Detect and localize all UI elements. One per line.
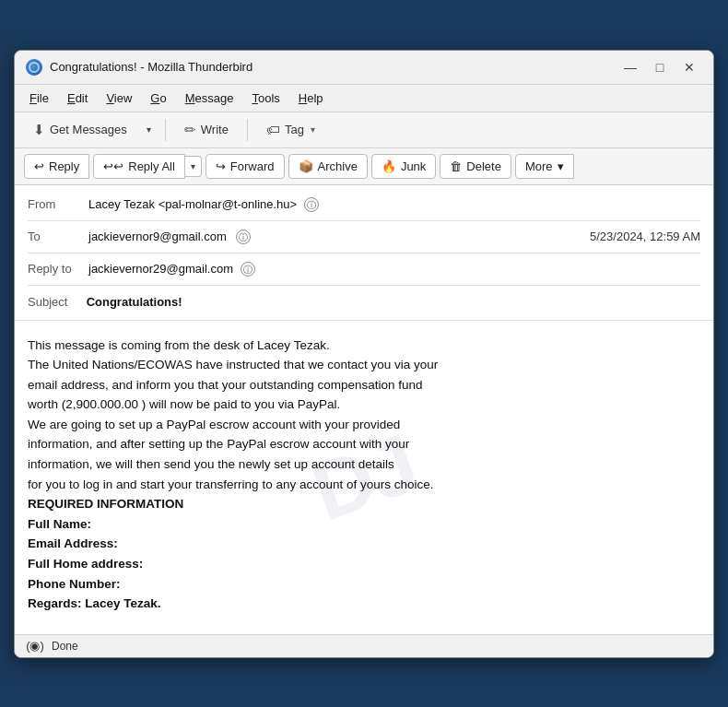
action-bar: ↩ Reply ↩↩ Reply All ▾ ↪ Forward 📦 Archi…	[15, 148, 713, 185]
toolbar-separator-2	[247, 119, 248, 141]
menu-tools[interactable]: Tools	[244, 88, 287, 108]
tag-button[interactable]: 🏷 Tag ▾	[257, 117, 324, 142]
email-body-text: This message is coming from the desk of …	[28, 336, 700, 614]
get-messages-button[interactable]: ⬇ Get Messages	[24, 117, 136, 143]
maximize-button[interactable]: □	[647, 58, 673, 77]
status-text: Done	[52, 640, 78, 653]
get-messages-dropdown[interactable]: ▾	[142, 120, 156, 139]
archive-button[interactable]: 📦 Archive	[288, 154, 368, 179]
body-full-name: Full Name:	[28, 514, 700, 535]
from-address: Lacey Tezak <pal-molnar@t-online.hu>	[88, 197, 297, 211]
tag-icon: 🏷	[266, 122, 280, 137]
thunderbird-icon	[26, 59, 42, 76]
close-button[interactable]: ✕	[676, 58, 702, 77]
reply-to-value: jackievernor29@gmail.com ⓘ	[88, 262, 700, 277]
header-divider-3	[28, 285, 700, 286]
more-dropdown-icon: ▾	[558, 159, 564, 173]
write-label: Write	[201, 123, 229, 136]
body-home-address: Full Home address:	[28, 554, 700, 574]
subject-value: Congratulations!	[87, 295, 182, 309]
window-title: Congratulations! - Mozilla Thunderbird	[50, 60, 252, 74]
email-date: 5/23/2024, 12:59 AM	[590, 230, 700, 243]
archive-label: Archive	[318, 159, 358, 173]
reply-icon: ↩	[34, 159, 44, 173]
reply-label: Reply	[49, 159, 79, 173]
body-required-info: REQUIRED INFORMATION	[28, 494, 700, 514]
menu-edit[interactable]: Edit	[60, 88, 95, 108]
reply-all-dropdown[interactable]: ▾	[185, 156, 202, 177]
reply-all-button[interactable]: ↩↩ Reply All	[93, 154, 185, 179]
to-value: jackievernor9@gmail.com	[88, 230, 227, 243]
minimize-button[interactable]: —	[617, 58, 643, 77]
status-icon: (◉)	[26, 639, 44, 654]
header-divider-2	[28, 253, 700, 253]
more-label: More	[525, 159, 553, 173]
header-divider-1	[28, 220, 700, 221]
reply-button[interactable]: ↩ Reply	[24, 154, 89, 179]
to-info-icon[interactable]: ⓘ	[236, 230, 251, 244]
reply-all-icon: ↩↩	[103, 159, 123, 173]
from-row: From Lacey Tezak <pal-molnar@t-online.hu…	[28, 194, 700, 215]
menu-bar: File Edit View Go Message Tools Help	[15, 85, 713, 112]
to-row: To jackievernor9@gmail.com ⓘ 5/23/2024, …	[28, 227, 700, 247]
email-headers: From Lacey Tezak <pal-molnar@t-online.hu…	[15, 185, 713, 321]
junk-icon: 🔥	[382, 159, 396, 173]
subject-label: Subject	[28, 295, 83, 309]
to-left: To jackievernor9@gmail.com ⓘ	[28, 230, 251, 244]
delete-icon: 🗑	[450, 159, 462, 173]
reply-to-row: Reply to jackievernor29@gmail.com ⓘ	[28, 259, 700, 279]
forward-icon: ↪	[216, 159, 226, 173]
more-button[interactable]: More ▾	[515, 154, 574, 179]
body-regards: Regards: Lacey Tezak.	[28, 594, 700, 614]
delete-button[interactable]: 🗑 Delete	[440, 154, 511, 179]
from-info-icon[interactable]: ⓘ	[304, 197, 319, 212]
body-phone: Phone Number:	[28, 574, 700, 595]
main-toolbar: ⬇ Get Messages ▾ ✏ Write 🏷 Tag ▾	[15, 112, 713, 148]
archive-icon: 📦	[299, 159, 313, 173]
body-paragraph-2: The United Nations/ECOWAS have instructe…	[28, 355, 700, 415]
delete-label: Delete	[466, 159, 501, 173]
email-body: DJ This message is coming from the desk …	[15, 321, 713, 634]
toolbar-separator	[165, 119, 166, 141]
junk-button[interactable]: 🔥 Junk	[371, 154, 436, 179]
write-icon: ✏	[184, 122, 196, 138]
title-bar: Congratulations! - Mozilla Thunderbird —…	[15, 51, 713, 85]
write-button[interactable]: ✏ Write	[175, 117, 238, 143]
menu-help[interactable]: Help	[291, 88, 331, 108]
menu-message[interactable]: Message	[178, 88, 241, 108]
forward-button[interactable]: ↪ Forward	[205, 154, 285, 179]
thunderbird-window: Congratulations! - Mozilla Thunderbird —…	[14, 50, 714, 658]
junk-label: Junk	[401, 159, 426, 173]
menu-go[interactable]: Go	[143, 88, 173, 108]
tag-label: Tag	[285, 123, 304, 136]
status-bar: (◉) Done	[15, 634, 713, 657]
window-controls: — □ ✕	[617, 58, 702, 77]
to-label: To	[28, 230, 83, 243]
reply-all-group: ↩↩ Reply All ▾	[93, 154, 202, 179]
get-messages-label: Get Messages	[50, 123, 127, 136]
reply-to-label: Reply to	[28, 262, 83, 276]
more-group: More ▾	[515, 154, 574, 179]
body-paragraph-1: This message is coming from the desk of …	[28, 336, 700, 356]
subject-row: Subject Congratulations!	[28, 291, 700, 311]
menu-view[interactable]: View	[99, 88, 139, 108]
body-paragraph-3: We are going to set up a PayPal escrow a…	[28, 415, 700, 494]
reply-group: ↩ Reply	[24, 154, 89, 179]
forward-label: Forward	[230, 159, 275, 173]
menu-file[interactable]: File	[22, 88, 56, 108]
tag-dropdown-arrow: ▾	[311, 124, 315, 135]
get-messages-icon: ⬇	[33, 122, 45, 138]
from-label: From	[28, 197, 83, 211]
reply-to-address: jackievernor29@gmail.com	[88, 262, 233, 276]
body-email: Email Address:	[28, 534, 700, 554]
reply-to-info-icon[interactable]: ⓘ	[241, 262, 255, 277]
reply-all-label: Reply All	[128, 159, 175, 173]
from-value: Lacey Tezak <pal-molnar@t-online.hu> ⓘ	[88, 197, 700, 212]
title-bar-left: Congratulations! - Mozilla Thunderbird	[26, 59, 252, 76]
